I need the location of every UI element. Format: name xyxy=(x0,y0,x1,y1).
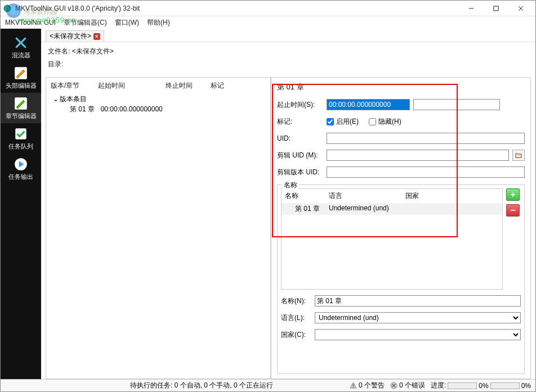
svg-rect-2 xyxy=(494,6,498,11)
names-col-country[interactable]: 国家 xyxy=(405,191,499,201)
sidebar: 混流器 头部编辑器 章节编辑器 任务队列 任务输出 xyxy=(1,29,41,379)
flags-label: 标记: xyxy=(277,117,323,127)
names-group-label: 名称 xyxy=(282,181,299,190)
add-name-button[interactable]: + xyxy=(506,188,520,201)
country-select[interactable] xyxy=(315,329,521,340)
sidebar-item-chapter-editor[interactable]: 章节编辑器 xyxy=(1,93,41,123)
hidden-checkbox-wrap: 隐藏(H) xyxy=(369,117,401,127)
names-header: 名称 语言 国家 xyxy=(282,189,502,203)
names-row[interactable]: 第 01 章 Undetermined (und) xyxy=(282,203,502,215)
sidebar-item-label: 任务输出 xyxy=(8,173,33,181)
statusbar: 待执行的任务: 0 个自动, 0 个手动, 0 个正在运行 0 个警告 0 个错… xyxy=(1,379,535,391)
name-input[interactable] xyxy=(315,295,521,307)
tree-row-chapter[interactable]: 第 01 章 00:00:00.000000000 xyxy=(51,104,266,114)
filename-value: <未保存文件> xyxy=(72,47,114,55)
sidebar-item-job-queue[interactable]: 任务队列 xyxy=(1,123,41,154)
window-title: MKVToolNix GUI v18.0.0 ('Apricity') 32-b… xyxy=(15,4,459,12)
tree-col-flags[interactable]: 标记 xyxy=(211,81,266,91)
names-list[interactable]: 名称 语言 国家 第 01 章 Undetermined (und) xyxy=(281,188,503,290)
names-group: 名称 名称 语言 国家 第 01 章 Undetermined (und) xyxy=(277,184,525,374)
end-time-input[interactable] xyxy=(413,99,500,110)
tree-body[interactable]: ⌄ 版本条目 第 01 章 00:00:00.000000000 xyxy=(48,93,268,115)
names-col-language[interactable]: 语言 xyxy=(329,191,405,201)
svg-point-0 xyxy=(4,5,11,12)
progress-pct-2: 0% xyxy=(521,382,531,390)
progress-pct-1: 0% xyxy=(479,382,488,390)
svg-rect-10 xyxy=(516,155,521,157)
directory-label: 目录: xyxy=(48,60,63,68)
chapter-detail-panel: 第 01 章 起止时间(S): 标记: 启用(E) 隐藏(H) xyxy=(271,77,531,379)
tree-chapter-time: 00:00:00.000000000 xyxy=(101,105,163,113)
progress-label: 进度: xyxy=(431,381,446,390)
progress-bar-1 xyxy=(448,382,477,389)
enabled-checkbox-label: 启用(E) xyxy=(336,117,359,127)
minimize-button[interactable] xyxy=(459,2,484,15)
segment-edition-uid-input[interactable] xyxy=(327,166,525,178)
menu-window[interactable]: 窗口(W) xyxy=(115,18,139,28)
segment-edition-uid-label: 剪辑版本 UID: xyxy=(277,168,323,177)
names-row-name: 第 01 章 xyxy=(295,204,329,214)
start-time-label: 起止时间(S): xyxy=(277,100,323,110)
country-field-label: 国家(C): xyxy=(281,330,311,340)
chapter-tree-panel: 版本/章节 起始时间 终止时间 标记 ⌄ 版本条目 第 01 章 00:00:0… xyxy=(46,77,271,379)
queue-icon xyxy=(14,127,28,141)
sidebar-item-label: 头部编辑器 xyxy=(6,82,37,90)
status-progress: 进度: 0% 0% xyxy=(431,381,531,390)
tab-unsaved-file[interactable]: <未保存文件> ✕ xyxy=(46,30,104,42)
filename-label: 文件名: xyxy=(48,47,70,55)
expander-icon[interactable]: ⌄ xyxy=(53,95,59,103)
tree-row-edition[interactable]: ⌄ 版本条目 xyxy=(51,94,266,104)
close-button[interactable] xyxy=(508,2,533,15)
error-icon xyxy=(390,382,397,389)
tab-label: <未保存文件> xyxy=(50,31,91,41)
hidden-checkbox-label: 隐藏(H) xyxy=(378,117,401,127)
hidden-checkbox[interactable] xyxy=(369,118,376,125)
menu-app[interactable]: MKVToolNix GUI xyxy=(5,19,56,26)
tab-close-icon[interactable]: ✕ xyxy=(93,33,100,40)
uid-label: UID: xyxy=(277,134,323,142)
remove-name-button[interactable]: − xyxy=(506,204,520,217)
svg-rect-12 xyxy=(353,384,354,386)
svg-rect-13 xyxy=(353,386,354,387)
tree-chapter-name: 第 01 章 xyxy=(70,105,95,114)
maximize-button[interactable] xyxy=(484,2,508,15)
start-time-input[interactable] xyxy=(327,99,410,110)
menu-chapter-editor[interactable]: 章节编辑器(C) xyxy=(64,18,107,28)
file-info: 文件名: <未保存文件> 目录: xyxy=(41,42,535,77)
enabled-checkbox-wrap: 启用(E) xyxy=(327,117,359,127)
menubar: MKVToolNix GUI 章节编辑器(C) 窗口(W) 帮助(H) xyxy=(1,16,535,29)
output-icon xyxy=(14,157,28,172)
tree-col-start[interactable]: 起始时间 xyxy=(98,81,166,91)
detail-title: 第 01 章 xyxy=(277,82,525,92)
sidebar-item-label: 章节编辑器 xyxy=(6,112,37,120)
tree-header: 版本/章节 起始时间 终止时间 标记 xyxy=(48,80,268,93)
open-file-button[interactable] xyxy=(512,150,525,161)
tree-edition-label: 版本条目 xyxy=(60,94,87,104)
sidebar-item-label: 任务队列 xyxy=(8,142,33,151)
status-warnings[interactable]: 0 个警告 xyxy=(350,381,385,390)
status-pending: 待执行的任务: 0 个自动, 0 个手动, 0 个正在运行 xyxy=(130,381,273,390)
segment-uid-input[interactable] xyxy=(327,150,509,161)
status-errors[interactable]: 0 个错误 xyxy=(390,381,425,390)
menu-help[interactable]: 帮助(H) xyxy=(147,18,170,28)
enabled-checkbox[interactable] xyxy=(327,118,334,125)
names-col-name[interactable]: 名称 xyxy=(285,191,329,201)
progress-bar-2 xyxy=(490,382,520,389)
name-field-label: 名称(N): xyxy=(281,296,311,306)
sidebar-item-header-editor[interactable]: 头部编辑器 xyxy=(1,62,41,93)
tree-col-edition[interactable]: 版本/章节 xyxy=(51,81,98,91)
language-field-label: 语言(L): xyxy=(281,313,311,323)
chapter-icon xyxy=(14,96,28,111)
names-row-language: Undetermined (und) xyxy=(329,204,499,214)
tree-col-end[interactable]: 终止时间 xyxy=(166,81,211,91)
warning-icon xyxy=(350,382,357,389)
folder-icon xyxy=(515,151,522,159)
sidebar-item-job-output[interactable]: 任务输出 xyxy=(1,154,41,184)
uid-input[interactable] xyxy=(327,133,525,144)
sidebar-item-merge[interactable]: 混流器 xyxy=(1,32,41,62)
tab-strip: <未保存文件> ✕ xyxy=(41,29,535,42)
segment-uid-label: 剪辑 UID (M): xyxy=(277,151,323,160)
merge-icon xyxy=(14,35,28,50)
language-select[interactable]: Undetermined (und) xyxy=(315,312,521,323)
app-icon xyxy=(3,4,12,13)
